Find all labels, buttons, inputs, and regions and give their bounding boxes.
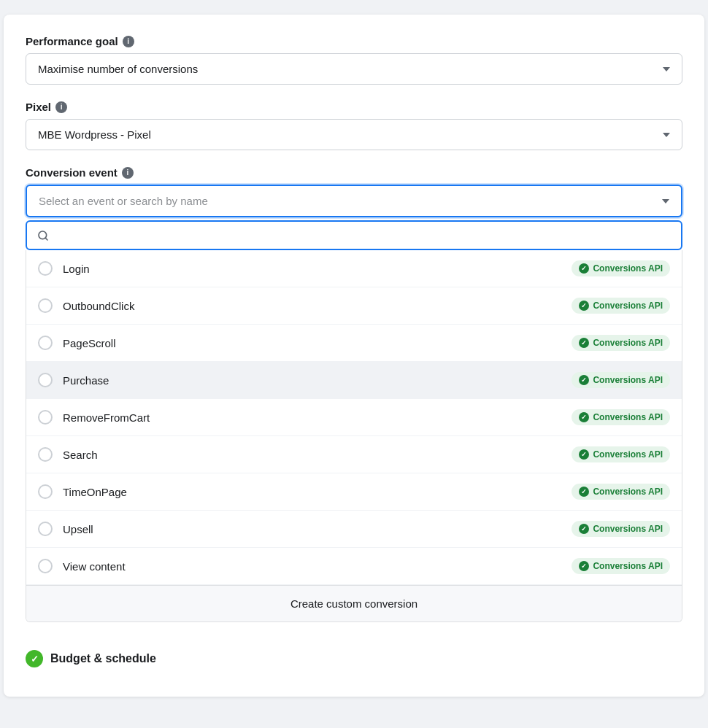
event-label-remove-from-cart: RemoveFromCart bbox=[63, 411, 150, 424]
badge-text-search: Conversions API bbox=[593, 449, 663, 460]
event-item-time-on-page[interactable]: TimeOnPage ✓ Conversions API bbox=[26, 473, 682, 511]
bottom-section: ✓ Budget & schedule bbox=[26, 638, 682, 667]
conversion-event-group: Conversion event i Select an event or se… bbox=[26, 166, 682, 622]
conversion-event-dropdown-wrapper: Select an event or search by name Login bbox=[26, 185, 682, 622]
budget-schedule-icon: ✓ bbox=[26, 650, 43, 667]
badge-page-scroll: ✓ Conversions API bbox=[572, 335, 670, 351]
badge-check-icon-remove: ✓ bbox=[579, 412, 589, 422]
badge-check-icon-view: ✓ bbox=[579, 561, 589, 571]
event-label-upsell: Upsell bbox=[63, 523, 93, 535]
badge-check-icon-purchase: ✓ bbox=[579, 375, 589, 385]
badge-time-on-page: ✓ Conversions API bbox=[572, 484, 670, 500]
event-item-purchase[interactable]: Purchase ✓ Conversions API bbox=[26, 362, 682, 399]
event-label-time-on-page: TimeOnPage bbox=[63, 486, 127, 498]
pixel-chevron-icon bbox=[663, 133, 670, 137]
event-label-view-content: View content bbox=[63, 560, 126, 573]
badge-text-view-content: Conversions API bbox=[593, 561, 663, 571]
budget-schedule-label: Budget & schedule bbox=[50, 652, 156, 665]
search-box bbox=[26, 220, 682, 250]
conversion-event-label: Conversion event i bbox=[26, 166, 682, 179]
create-custom-conversion-button[interactable]: Create custom conversion bbox=[26, 585, 682, 621]
conversion-event-placeholder: Select an event or search by name bbox=[39, 195, 208, 207]
radio-login[interactable] bbox=[38, 261, 53, 276]
event-item-search[interactable]: Search ✓ Conversions API bbox=[26, 436, 682, 473]
badge-text-upsell: Conversions API bbox=[593, 524, 663, 534]
performance-goal-info-icon[interactable]: i bbox=[123, 36, 134, 47]
event-label-purchase: Purchase bbox=[63, 374, 109, 387]
badge-check-icon: ✓ bbox=[579, 263, 589, 274]
performance-goal-label: Performance goal i bbox=[26, 35, 682, 47]
badge-remove-from-cart: ✓ Conversions API bbox=[572, 409, 670, 425]
performance-goal-chevron-icon bbox=[663, 67, 670, 71]
radio-search[interactable] bbox=[38, 447, 53, 462]
badge-view-content: ✓ Conversions API bbox=[572, 558, 670, 574]
badge-check-icon-upsell: ✓ bbox=[579, 524, 589, 534]
event-label-login: Login bbox=[63, 263, 90, 275]
event-label-search: Search bbox=[63, 449, 98, 461]
badge-text-login: Conversions API bbox=[593, 263, 663, 274]
event-search-input[interactable] bbox=[56, 229, 671, 241]
event-item-outbound-click[interactable]: OutboundClick ✓ Conversions API bbox=[26, 287, 682, 325]
event-dropdown-list: Login ✓ Conversions API OutboundClick ✓ … bbox=[26, 250, 682, 622]
pixel-label: Pixel i bbox=[26, 101, 682, 113]
conversion-event-chevron-icon bbox=[662, 199, 669, 204]
performance-goal-value: Maximise number of conversions bbox=[38, 63, 198, 75]
event-item-view-content[interactable]: View content ✓ Conversions API bbox=[26, 548, 682, 585]
radio-outbound-click[interactable] bbox=[38, 298, 53, 313]
pixel-info-icon[interactable]: i bbox=[55, 101, 67, 113]
badge-check-icon-page-scroll: ✓ bbox=[579, 338, 589, 348]
performance-goal-select[interactable]: Maximise number of conversions bbox=[26, 53, 682, 85]
badge-text-purchase: Conversions API bbox=[593, 375, 663, 385]
badge-upsell: ✓ Conversions API bbox=[572, 521, 670, 537]
pixel-value: MBE Wordpress - Pixel bbox=[38, 128, 151, 141]
conversion-event-label-text: Conversion event bbox=[26, 166, 118, 179]
event-item-upsell[interactable]: Upsell ✓ Conversions API bbox=[26, 511, 682, 548]
performance-goal-group: Performance goal i Maximise number of co… bbox=[26, 35, 682, 85]
budget-check-icon: ✓ bbox=[31, 654, 39, 665]
badge-text-time-on-page: Conversions API bbox=[593, 487, 663, 497]
badge-search: ✓ Conversions API bbox=[572, 446, 670, 462]
pixel-select[interactable]: MBE Wordpress - Pixel bbox=[26, 119, 682, 150]
badge-purchase: ✓ Conversions API bbox=[572, 372, 670, 388]
badge-text-outbound-click: Conversions API bbox=[593, 301, 663, 311]
search-icon bbox=[37, 230, 49, 241]
event-label-page-scroll: PageScroll bbox=[63, 337, 116, 349]
event-label-outbound-click: OutboundClick bbox=[63, 300, 134, 312]
conversion-event-info-icon[interactable]: i bbox=[122, 167, 134, 179]
create-custom-label: Create custom conversion bbox=[290, 597, 418, 610]
event-item-login[interactable]: Login ✓ Conversions API bbox=[26, 250, 682, 287]
badge-check-icon-search: ✓ bbox=[579, 449, 589, 460]
pixel-group: Pixel i MBE Wordpress - Pixel bbox=[26, 101, 682, 150]
radio-upsell[interactable] bbox=[38, 522, 53, 536]
badge-check-icon-outbound: ✓ bbox=[579, 301, 589, 311]
svg-line-1 bbox=[45, 238, 47, 240]
pixel-label-text: Pixel bbox=[26, 101, 51, 113]
radio-time-on-page[interactable] bbox=[38, 484, 53, 499]
conversion-event-select[interactable]: Select an event or search by name bbox=[26, 185, 682, 217]
settings-panel: Performance goal i Maximise number of co… bbox=[4, 15, 704, 697]
radio-page-scroll[interactable] bbox=[38, 336, 53, 350]
radio-purchase[interactable] bbox=[38, 373, 53, 387]
badge-login: ✓ Conversions API bbox=[572, 260, 670, 276]
radio-remove-from-cart[interactable] bbox=[38, 410, 53, 425]
badge-check-icon-time: ✓ bbox=[579, 487, 589, 497]
radio-view-content[interactable] bbox=[38, 559, 53, 573]
badge-outbound-click: ✓ Conversions API bbox=[572, 298, 670, 314]
performance-goal-text: Performance goal bbox=[26, 35, 118, 47]
event-item-page-scroll[interactable]: PageScroll ✓ Conversions API bbox=[26, 325, 682, 362]
badge-text-remove-from-cart: Conversions API bbox=[593, 412, 663, 422]
event-item-remove-from-cart[interactable]: RemoveFromCart ✓ Conversions API bbox=[26, 399, 682, 436]
badge-text-page-scroll: Conversions API bbox=[593, 338, 663, 348]
